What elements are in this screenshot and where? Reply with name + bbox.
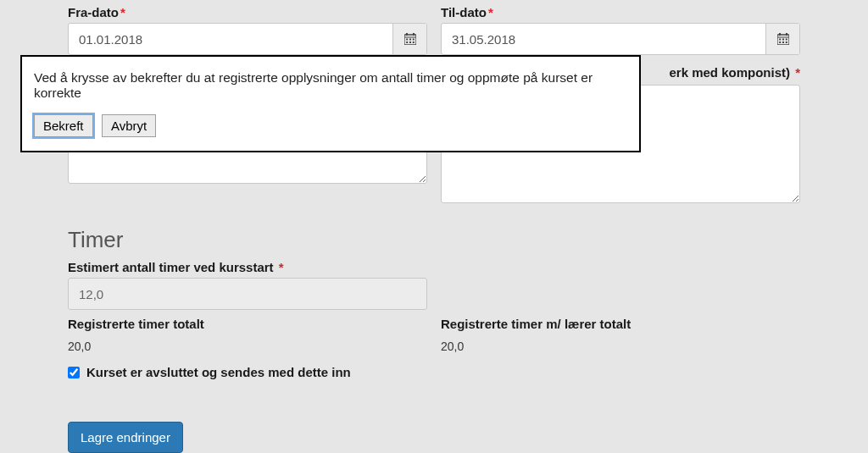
svg-rect-14 [779, 39, 781, 41]
est-hours-input[interactable] [68, 278, 427, 310]
svg-rect-4 [406, 39, 408, 41]
to-date-calendar-button[interactable] [765, 24, 799, 54]
calendar-icon [777, 33, 789, 45]
confirm-popup: Ved å krysse av bekrefter du at registre… [20, 55, 641, 152]
svg-rect-6 [412, 39, 414, 41]
reg-teacher-value: 20,0 [441, 340, 800, 353]
svg-rect-8 [409, 41, 411, 43]
to-date-label: Til-dato* [441, 5, 800, 19]
reg-teacher-label: Registrerte timer m/ lærer totalt [441, 317, 800, 331]
save-button[interactable]: Lagre endringer [68, 422, 183, 453]
svg-rect-2 [413, 33, 415, 36]
calendar-icon [404, 33, 416, 45]
from-date-calendar-button[interactable] [392, 24, 426, 54]
svg-rect-18 [782, 41, 784, 43]
right-textarea-partial-label: erk med komponist) * [669, 65, 800, 80]
confirm-popup-text: Ved å krysse av bekrefter du at registre… [34, 70, 627, 101]
section-title-timer: Timer [68, 227, 800, 253]
to-date-input-group [441, 23, 800, 55]
svg-rect-16 [785, 39, 787, 41]
reg-total-label: Registrerte timer totalt [68, 317, 427, 331]
svg-rect-5 [409, 39, 411, 41]
from-date-input-group [68, 23, 427, 55]
svg-rect-15 [782, 39, 784, 41]
from-date-label: Fra-dato* [68, 5, 427, 19]
svg-rect-17 [779, 41, 781, 43]
svg-rect-11 [779, 33, 781, 36]
from-date-input[interactable] [69, 24, 392, 54]
cancel-button[interactable]: Avbryt [102, 114, 156, 137]
svg-rect-19 [785, 41, 787, 43]
svg-rect-9 [412, 41, 414, 43]
confirm-button[interactable]: Bekreft [34, 114, 93, 137]
est-hours-label: Estimert antall timer ved kursstart * [68, 260, 427, 274]
reg-total-value: 20,0 [68, 340, 427, 353]
svg-rect-7 [406, 41, 408, 43]
to-date-input[interactable] [442, 24, 765, 54]
svg-rect-12 [786, 33, 787, 36]
svg-rect-1 [406, 33, 408, 36]
course-finished-checkbox[interactable] [68, 367, 80, 378]
course-finished-label: Kurset er avsluttet og sendes med dette … [86, 365, 351, 379]
